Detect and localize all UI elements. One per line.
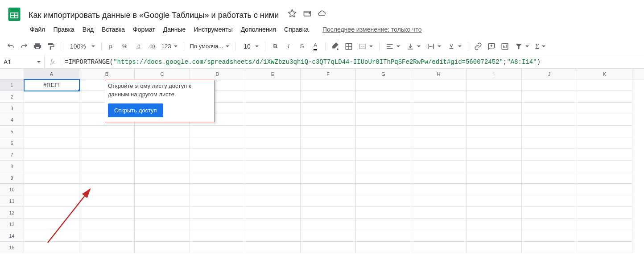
row-header[interactable]: 7 xyxy=(0,149,24,161)
cell[interactable] xyxy=(245,149,301,161)
merge-cells-button[interactable] xyxy=(356,40,376,53)
cell[interactable] xyxy=(522,219,577,230)
cell[interactable] xyxy=(135,207,190,219)
cell[interactable] xyxy=(356,149,411,161)
row-header[interactable]: 11 xyxy=(0,195,24,207)
cell[interactable] xyxy=(411,207,466,219)
cell[interactable] xyxy=(24,103,79,114)
cell[interactable] xyxy=(79,230,135,242)
grant-access-button[interactable]: Открыть доступ xyxy=(108,103,163,117)
cell[interactable] xyxy=(577,103,632,114)
cell[interactable] xyxy=(411,137,466,149)
cell[interactable] xyxy=(411,242,466,253)
cell[interactable] xyxy=(577,79,632,91)
cell[interactable] xyxy=(411,172,466,184)
cell[interactable]: #REF! xyxy=(24,79,79,91)
cell[interactable] xyxy=(24,161,79,172)
cell[interactable] xyxy=(24,207,79,219)
cell[interactable] xyxy=(411,161,466,172)
name-box[interactable]: A1 xyxy=(0,55,45,68)
formula-input[interactable]: =IMPORTRANGE("https://docs.google.com/sp… xyxy=(61,58,644,66)
cell[interactable] xyxy=(135,195,190,207)
cell[interactable] xyxy=(79,172,135,184)
cell[interactable] xyxy=(577,91,632,103)
cell[interactable] xyxy=(356,91,411,103)
cell[interactable] xyxy=(356,126,411,137)
cell[interactable] xyxy=(245,184,301,195)
text-color-button[interactable]: A xyxy=(309,40,322,53)
cell[interactable] xyxy=(411,149,466,161)
cell[interactable] xyxy=(190,242,245,253)
cell[interactable] xyxy=(24,126,79,137)
column-header[interactable]: J xyxy=(522,69,577,79)
menu-format[interactable]: Формат xyxy=(130,24,158,35)
cell[interactable] xyxy=(301,184,356,195)
cell[interactable] xyxy=(577,184,632,195)
cell[interactable] xyxy=(245,103,301,114)
cell[interactable] xyxy=(466,137,522,149)
cell[interactable] xyxy=(301,195,356,207)
column-header[interactable]: B xyxy=(79,69,135,79)
cell[interactable] xyxy=(79,195,135,207)
cell[interactable] xyxy=(190,137,245,149)
cell[interactable] xyxy=(411,230,466,242)
menu-addons[interactable]: Дополнения xyxy=(238,24,279,35)
cell[interactable] xyxy=(522,242,577,253)
column-header[interactable]: I xyxy=(466,69,522,79)
row-header[interactable]: 13 xyxy=(0,219,24,230)
row-header[interactable]: 2 xyxy=(0,91,24,103)
cell[interactable] xyxy=(466,195,522,207)
cell[interactable] xyxy=(24,184,79,195)
cell[interactable] xyxy=(356,172,411,184)
column-header[interactable]: E xyxy=(245,69,301,79)
format-percent-button[interactable]: % xyxy=(119,40,131,53)
fill-color-button[interactable] xyxy=(329,40,342,53)
cell[interactable] xyxy=(411,184,466,195)
menu-help[interactable]: Справка xyxy=(281,24,312,35)
cell[interactable] xyxy=(190,195,245,207)
cell[interactable] xyxy=(356,230,411,242)
cell[interactable] xyxy=(356,242,411,253)
more-formats-dropdown[interactable]: 123 xyxy=(159,40,180,53)
column-header[interactable]: D xyxy=(190,69,245,79)
menu-tools[interactable]: Инструменты xyxy=(190,24,235,35)
horizontal-align-button[interactable] xyxy=(383,40,403,53)
cell[interactable] xyxy=(577,242,632,253)
vertical-align-button[interactable] xyxy=(404,40,423,53)
last-edit-link[interactable]: Последнее изменение: только что xyxy=(322,26,422,33)
cell[interactable] xyxy=(466,219,522,230)
cell[interactable] xyxy=(245,230,301,242)
cell[interactable] xyxy=(301,149,356,161)
cell[interactable] xyxy=(24,242,79,253)
cell[interactable] xyxy=(466,114,522,126)
column-header[interactable]: F xyxy=(301,69,356,79)
cell[interactable] xyxy=(79,219,135,230)
cell[interactable] xyxy=(79,242,135,253)
cell[interactable] xyxy=(24,230,79,242)
row-header[interactable]: 6 xyxy=(0,137,24,149)
cell[interactable] xyxy=(577,161,632,172)
select-all-corner[interactable] xyxy=(0,69,24,79)
cell[interactable] xyxy=(356,79,411,91)
cell[interactable] xyxy=(577,195,632,207)
cell[interactable] xyxy=(577,149,632,161)
cell[interactable] xyxy=(577,126,632,137)
text-rotation-button[interactable] xyxy=(445,40,464,53)
paint-format-button[interactable] xyxy=(45,40,57,53)
cell[interactable] xyxy=(79,207,135,219)
cell[interactable] xyxy=(522,114,577,126)
cell[interactable] xyxy=(466,91,522,103)
sheets-logo-icon[interactable] xyxy=(5,5,23,23)
column-header[interactable]: H xyxy=(411,69,466,79)
cell[interactable] xyxy=(190,149,245,161)
decrease-decimals-button[interactable]: .0 xyxy=(132,40,144,53)
column-header[interactable]: A xyxy=(24,69,79,79)
cell[interactable] xyxy=(522,172,577,184)
cell[interactable] xyxy=(301,230,356,242)
cell[interactable] xyxy=(190,161,245,172)
cell[interactable] xyxy=(301,91,356,103)
cell[interactable] xyxy=(466,161,522,172)
cell[interactable] xyxy=(135,219,190,230)
row-header[interactable]: 14 xyxy=(0,230,24,242)
cell[interactable] xyxy=(301,161,356,172)
